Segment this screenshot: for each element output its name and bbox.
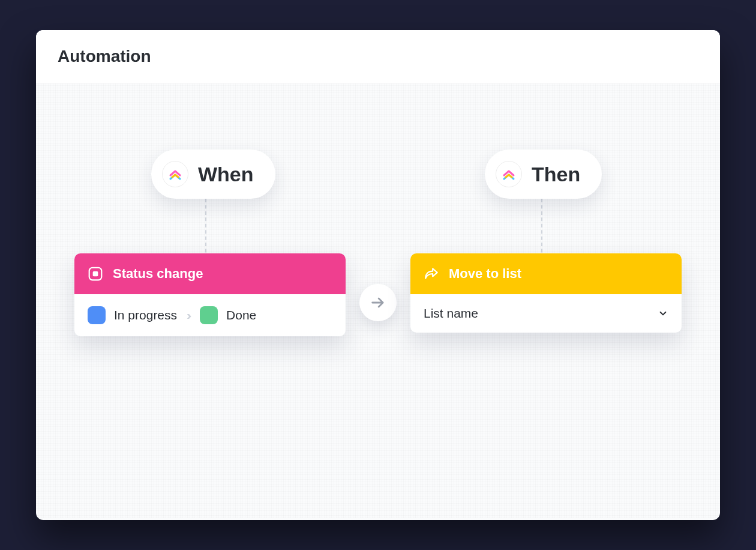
connector-line-when [205,199,206,259]
automation-panel: Automation When [36,30,720,520]
status-square-icon [88,266,103,282]
action-card[interactable]: Move to list List name [410,253,682,333]
action-card-body[interactable]: List name [410,294,682,333]
share-arrow-icon [424,266,439,282]
when-label: When [198,163,254,186]
when-pill: When [151,150,275,199]
then-label: Then [532,163,580,186]
connector-line-then [541,199,542,259]
trigger-card-body: In progress ››› Done [74,294,346,336]
trigger-card[interactable]: Status change In progress ››› Done [74,253,346,336]
arrow-right-icon [370,294,386,311]
automation-canvas: When Then Status change [36,83,720,518]
trigger-card-header: Status change [74,253,346,294]
list-select-label: List name [424,306,478,321]
panel-header: Automation [36,30,720,83]
status-from-label: In progress [114,308,177,322]
then-pill: Then [485,150,602,199]
trigger-title: Status change [113,266,203,282]
action-title: Move to list [449,266,521,282]
status-swatch-from [88,306,106,324]
panel-title: Automation [58,47,698,66]
clickup-logo-icon [162,161,188,187]
clickup-logo-icon [496,161,522,187]
svg-rect-1 [93,271,98,277]
status-swatch-to [200,306,218,324]
flow-arrow [359,284,397,321]
action-card-header: Move to list [410,253,682,294]
status-to-label: Done [226,308,256,322]
chevron-right-icon: ››› [187,309,188,322]
chevron-down-icon[interactable] [658,308,668,319]
